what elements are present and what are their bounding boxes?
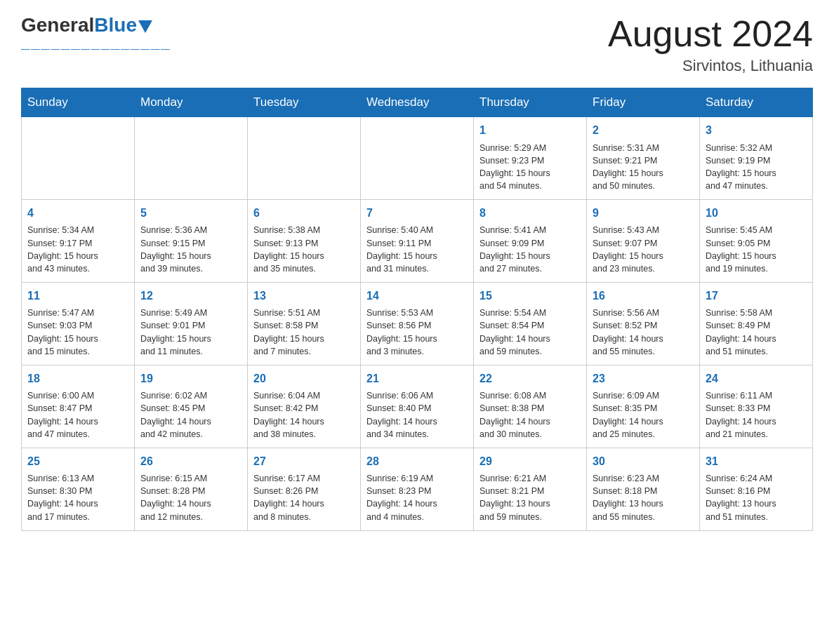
day-number: 4 [27, 206, 128, 221]
day-number: 24 [706, 371, 807, 387]
day-cell: 23Sunrise: 6:09 AMSunset: 8:35 PMDayligh… [587, 365, 700, 448]
day-number: 23 [593, 371, 694, 387]
day-info: Sunrise: 5:32 AMSunset: 9:19 PMDaylight:… [706, 142, 807, 193]
day-info: Sunrise: 5:53 AMSunset: 8:56 PMDaylight:… [366, 307, 468, 358]
day-cell: 25Sunrise: 6:13 AMSunset: 8:30 PMDayligh… [22, 448, 135, 530]
calendar-subtitle: Sirvintos, Lithuania [608, 57, 813, 75]
day-cell: 1Sunrise: 5:29 AMSunset: 9:23 PMDaylight… [474, 117, 587, 200]
day-number: 21 [366, 371, 468, 387]
day-number: 22 [479, 371, 581, 387]
day-info: Sunrise: 5:43 AMSunset: 9:07 PMDaylight:… [593, 224, 694, 275]
day-number: 10 [706, 206, 807, 221]
day-info: Sunrise: 6:15 AMSunset: 8:28 PMDaylight:… [140, 472, 241, 523]
logo-triangle-icon [138, 20, 152, 33]
col-sunday: Sunday [22, 88, 135, 117]
day-info: Sunrise: 5:34 AMSunset: 9:17 PMDaylight:… [27, 224, 128, 275]
day-cell: 20Sunrise: 6:04 AMSunset: 8:42 PMDayligh… [248, 365, 361, 448]
title-block: August 2024 Sirvintos, Lithuania [608, 14, 813, 75]
day-info: Sunrise: 6:11 AMSunset: 8:33 PMDaylight:… [706, 389, 807, 441]
day-number: 3 [706, 123, 807, 138]
week-row-3: 11Sunrise: 5:47 AMSunset: 9:03 PMDayligh… [22, 282, 813, 365]
day-cell: 19Sunrise: 6:02 AMSunset: 8:45 PMDayligh… [135, 365, 248, 448]
day-cell: 4Sunrise: 5:34 AMSunset: 9:17 PMDaylight… [22, 200, 135, 283]
day-cell: 16Sunrise: 5:56 AMSunset: 8:52 PMDayligh… [587, 282, 700, 365]
day-number: 12 [140, 288, 241, 304]
day-cell: 14Sunrise: 5:53 AMSunset: 8:56 PMDayligh… [361, 282, 474, 365]
day-info: Sunrise: 5:54 AMSunset: 8:54 PMDaylight:… [479, 307, 581, 358]
day-number: 15 [479, 288, 581, 304]
week-row-5: 25Sunrise: 6:13 AMSunset: 8:30 PMDayligh… [22, 448, 813, 530]
calendar-table: Sunday Monday Tuesday Wednesday Thursday… [21, 88, 813, 530]
day-cell: 8Sunrise: 5:41 AMSunset: 9:09 PMDaylight… [474, 200, 587, 283]
day-number: 16 [593, 288, 694, 304]
day-info: Sunrise: 5:31 AMSunset: 9:21 PMDaylight:… [593, 142, 694, 193]
day-number: 1 [479, 123, 581, 138]
col-thursday: Thursday [474, 88, 587, 117]
day-info: Sunrise: 6:04 AMSunset: 8:42 PMDaylight:… [253, 389, 355, 441]
day-cell: 27Sunrise: 6:17 AMSunset: 8:26 PMDayligh… [248, 448, 361, 530]
day-cell: 26Sunrise: 6:15 AMSunset: 8:28 PMDayligh… [135, 448, 248, 530]
day-number: 29 [479, 454, 581, 469]
day-number: 28 [366, 454, 468, 469]
day-number: 18 [27, 371, 128, 387]
day-cell: 6Sunrise: 5:38 AMSunset: 9:13 PMDaylight… [248, 200, 361, 283]
day-info: Sunrise: 6:19 AMSunset: 8:23 PMDaylight:… [366, 472, 468, 523]
day-info: Sunrise: 6:24 AMSunset: 8:16 PMDaylight:… [706, 472, 807, 523]
day-number: 7 [366, 206, 468, 221]
day-info: Sunrise: 5:51 AMSunset: 8:58 PMDaylight:… [253, 307, 355, 358]
day-cell: 29Sunrise: 6:21 AMSunset: 8:21 PMDayligh… [474, 448, 587, 530]
week-row-1: 1Sunrise: 5:29 AMSunset: 9:23 PMDaylight… [22, 117, 813, 200]
day-number: 27 [253, 454, 355, 469]
day-info: Sunrise: 5:38 AMSunset: 9:13 PMDaylight:… [253, 224, 355, 275]
day-cell: 2Sunrise: 5:31 AMSunset: 9:21 PMDaylight… [587, 117, 700, 200]
day-info: Sunrise: 6:00 AMSunset: 8:47 PMDaylight:… [27, 389, 128, 441]
col-tuesday: Tuesday [248, 88, 361, 117]
day-cell [135, 117, 248, 200]
day-number: 2 [593, 123, 694, 138]
day-number: 20 [253, 371, 355, 387]
col-wednesday: Wednesday [361, 88, 474, 117]
day-cell: 21Sunrise: 6:06 AMSunset: 8:40 PMDayligh… [361, 365, 474, 448]
day-number: 9 [593, 206, 694, 221]
day-number: 25 [27, 454, 128, 469]
day-number: 11 [27, 288, 128, 304]
day-number: 19 [140, 371, 241, 387]
day-number: 14 [366, 288, 468, 304]
day-info: Sunrise: 5:56 AMSunset: 8:52 PMDaylight:… [593, 307, 694, 358]
page-header: General Blue _______________ August 2024… [21, 14, 813, 75]
day-cell [248, 117, 361, 200]
day-info: Sunrise: 6:02 AMSunset: 8:45 PMDaylight:… [140, 389, 241, 441]
calendar-title: August 2024 [608, 14, 813, 54]
day-cell [22, 117, 135, 200]
day-cell: 24Sunrise: 6:11 AMSunset: 8:33 PMDayligh… [700, 365, 813, 448]
day-info: Sunrise: 5:29 AMSunset: 9:23 PMDaylight:… [479, 142, 581, 193]
logo: General Blue _______________ [21, 14, 171, 52]
day-number: 5 [140, 206, 241, 221]
col-monday: Monday [135, 88, 248, 117]
day-info: Sunrise: 5:58 AMSunset: 8:49 PMDaylight:… [706, 307, 807, 358]
day-info: Sunrise: 5:36 AMSunset: 9:15 PMDaylight:… [140, 224, 241, 275]
day-number: 13 [253, 288, 355, 304]
day-info: Sunrise: 6:13 AMSunset: 8:30 PMDaylight:… [27, 472, 128, 523]
day-cell: 10Sunrise: 5:45 AMSunset: 9:05 PMDayligh… [700, 200, 813, 283]
day-info: Sunrise: 5:49 AMSunset: 9:01 PMDaylight:… [140, 307, 241, 358]
week-row-2: 4Sunrise: 5:34 AMSunset: 9:17 PMDaylight… [22, 200, 813, 283]
day-cell: 5Sunrise: 5:36 AMSunset: 9:15 PMDaylight… [135, 200, 248, 283]
day-info: Sunrise: 6:09 AMSunset: 8:35 PMDaylight:… [593, 389, 694, 441]
day-info: Sunrise: 6:21 AMSunset: 8:21 PMDaylight:… [479, 472, 581, 523]
day-number: 8 [479, 206, 581, 221]
col-saturday: Saturday [700, 88, 813, 117]
day-number: 17 [706, 288, 807, 304]
day-number: 30 [593, 454, 694, 469]
day-cell: 18Sunrise: 6:00 AMSunset: 8:47 PMDayligh… [22, 365, 135, 448]
day-cell: 3Sunrise: 5:32 AMSunset: 9:19 PMDaylight… [700, 117, 813, 200]
day-cell: 28Sunrise: 6:19 AMSunset: 8:23 PMDayligh… [361, 448, 474, 530]
logo-line: _______________ [21, 34, 171, 52]
day-cell: 13Sunrise: 5:51 AMSunset: 8:58 PMDayligh… [248, 282, 361, 365]
day-number: 26 [140, 454, 241, 469]
day-info: Sunrise: 5:45 AMSunset: 9:05 PMDaylight:… [706, 224, 807, 275]
day-info: Sunrise: 5:47 AMSunset: 9:03 PMDaylight:… [27, 307, 128, 358]
day-info: Sunrise: 6:06 AMSunset: 8:40 PMDaylight:… [366, 389, 468, 441]
day-info: Sunrise: 6:08 AMSunset: 8:38 PMDaylight:… [479, 389, 581, 441]
day-number: 31 [706, 454, 807, 469]
